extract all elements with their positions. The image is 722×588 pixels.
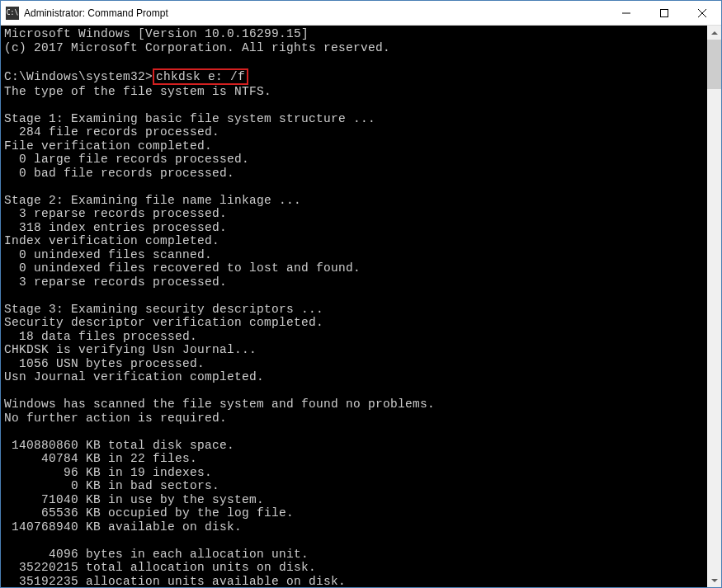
window-title: Administrator: Command Prompt (24, 7, 607, 19)
stat-logfile: 65536 KB occupied by the log file. (4, 506, 294, 520)
window-controls (607, 1, 721, 25)
result-line1: Windows has scanned the file system and … (4, 397, 435, 411)
stage3-secverif: Security descriptor verification complet… (4, 316, 323, 329)
scrollbar-down-arrow[interactable] (707, 573, 721, 587)
stage2-unindexed-scan: 0 unindexed files scanned. (4, 248, 212, 261)
cmd-icon: C:\ (6, 7, 19, 20)
stat-files: 40784 KB in 22 files. (4, 452, 197, 465)
version-line: Microsoft Windows [Version 10.0.16299.15… (4, 27, 309, 40)
close-button[interactable] (683, 1, 721, 25)
stage3-title: Stage 3: Examining security descriptors … (4, 303, 323, 316)
titlebar[interactable]: C:\ Administrator: Command Prompt (1, 1, 721, 26)
maximize-icon (660, 9, 668, 17)
stage2-reparse: 3 reparse records processed. (4, 207, 227, 220)
stat-availunits: 35192235 allocation units available on d… (4, 575, 346, 588)
stage3-usnbytes: 1056 USN bytes processed. (4, 357, 205, 370)
stage2-title: Stage 2: Examining file name linkage ... (4, 194, 301, 207)
stat-totalunits: 35220215 total allocation units on disk. (4, 561, 316, 574)
command-highlight: chkdsk e: /f (153, 68, 248, 85)
chevron-down-icon (711, 579, 718, 582)
scrollbar-up-arrow[interactable] (707, 26, 721, 40)
stat-total: 140880860 KB total disk space. (4, 439, 234, 452)
stage1-large: 0 large file records processed. (4, 153, 249, 166)
stat-allocunit: 4096 bytes in each allocation unit. (4, 548, 309, 561)
minimize-icon (622, 9, 630, 17)
stage2-reparse2: 3 reparse records processed. (4, 275, 227, 289)
stage1-records: 284 file records processed. (4, 125, 219, 139)
maximize-button[interactable] (645, 1, 683, 25)
stage2-index: 318 index entries processed. (4, 221, 227, 234)
stage2-indexverif: Index verification completed. (4, 234, 219, 247)
stage1-fileverif: File verification completed. (4, 139, 212, 153)
fs-type-line: The type of the file system is NTFS. (4, 85, 271, 98)
stat-system: 71040 KB in use by the system. (4, 493, 264, 506)
vertical-scrollbar[interactable] (707, 26, 721, 587)
stage2-unindexed-rec: 0 unindexed files recovered to lost and … (4, 261, 361, 275)
svg-rect-1 (661, 9, 668, 16)
scrollbar-track[interactable] (707, 40, 721, 573)
terminal-output[interactable]: Microsoft Windows [Version 10.0.16299.15… (1, 26, 707, 587)
stage1-bad: 0 bad file records processed. (4, 167, 234, 180)
terminal-container: Microsoft Windows [Version 10.0.16299.15… (1, 26, 721, 587)
svg-marker-4 (711, 31, 718, 35)
stat-avail: 140768940 KB available on disk. (4, 520, 242, 534)
prompt-text: C:\Windows\system32> (4, 70, 153, 83)
stage3-datafiles: 18 data files processed. (4, 330, 197, 343)
stage1-title: Stage 1: Examining basic file system str… (4, 112, 375, 125)
stage3-usn: CHKDSK is verifying Usn Journal... (4, 343, 257, 356)
stat-indexes: 96 KB in 19 indexes. (4, 466, 212, 479)
minimize-button[interactable] (607, 1, 645, 25)
result-line2: No further action is required. (4, 412, 227, 425)
stage3-usnverif: Usn Journal verification completed. (4, 370, 264, 383)
stat-badsect: 0 KB in bad sectors. (4, 479, 219, 492)
copyright-line: (c) 2017 Microsoft Corporation. All righ… (4, 41, 390, 54)
close-icon (698, 9, 706, 17)
chevron-up-icon (711, 31, 718, 35)
scrollbar-thumb[interactable] (707, 40, 721, 89)
svg-marker-5 (711, 579, 718, 582)
